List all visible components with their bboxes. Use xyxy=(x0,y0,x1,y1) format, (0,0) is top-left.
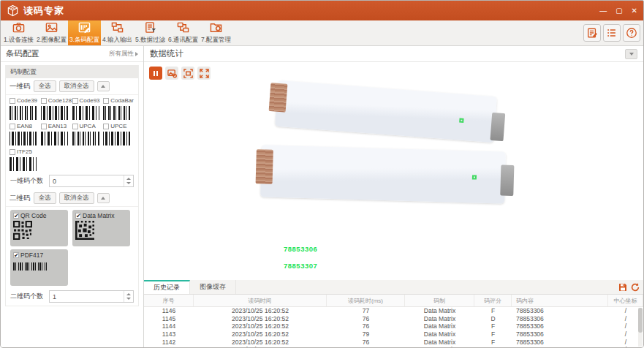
toolbar-tab-3[interactable]: 3.条码配置 xyxy=(68,20,101,45)
barcode-preview xyxy=(10,157,37,171)
stats-title: 数据统计 xyxy=(150,48,183,59)
checkbox[interactable] xyxy=(72,98,78,104)
twod-select-all-button[interactable]: 全选 xyxy=(34,192,56,204)
checkbox[interactable] xyxy=(10,98,15,104)
table-cell: 76 xyxy=(327,315,405,323)
column-header[interactable]: 序号 xyxy=(144,295,194,306)
code-label: UPCA xyxy=(80,123,96,129)
oned-code-code93: Code93 xyxy=(72,97,104,120)
table-cell: Data Matrix xyxy=(405,322,474,330)
oned-select-all-button[interactable]: 全选 xyxy=(34,80,56,92)
oned-collapse-button[interactable] xyxy=(97,81,110,91)
oned-code-grid: Code39Code128Code93CodaBarEAN8EAN13UPCAU… xyxy=(6,95,138,172)
window-controls: — ▢ ✕ xyxy=(599,7,637,15)
report-icon[interactable] xyxy=(583,24,601,42)
history-row[interactable]: 11422023/10/25 16:20:5276Data MatrixF788… xyxy=(144,338,643,346)
twod-count-value: 1 xyxy=(53,293,56,300)
battery-cell-image xyxy=(275,80,497,143)
history-row[interactable]: 11462023/10/25 16:20:5277Data MatrixF788… xyxy=(144,307,643,315)
fit-view-icon[interactable] xyxy=(181,67,194,80)
checkbox[interactable] xyxy=(72,124,78,129)
barcode-preview xyxy=(41,106,68,120)
spinner-arrows[interactable] xyxy=(124,175,133,186)
network-icon xyxy=(176,21,190,35)
table-cell: 2023/10/25 16:20:52 xyxy=(194,338,327,346)
table-cell: 76 xyxy=(327,322,405,330)
barcode-preview xyxy=(10,132,37,145)
history-row[interactable]: 11432023/10/25 16:20:5279Data MatrixF788… xyxy=(144,330,643,338)
twod-code-data-matrix[interactable]: ✔Data Matrix xyxy=(72,210,130,246)
save-icon[interactable] xyxy=(618,282,627,292)
silver-tab xyxy=(500,165,514,196)
panel-dropdown-button[interactable] xyxy=(625,49,637,59)
twod-deselect-all-button[interactable]: 取消全选 xyxy=(59,192,94,204)
barcode-preview xyxy=(103,132,130,145)
panel-title: 条码配置 xyxy=(6,48,39,59)
checkbox[interactable] xyxy=(10,149,15,155)
history-tab-0[interactable]: 历史记录 xyxy=(144,280,190,294)
checkbox[interactable] xyxy=(103,98,109,104)
table-scrollbar[interactable] xyxy=(638,308,643,347)
history-tab-1[interactable]: 图像缓存 xyxy=(190,280,236,294)
code-label: EAN13 xyxy=(48,123,67,129)
pause-icon[interactable] xyxy=(149,67,162,80)
twod-collapse-button[interactable] xyxy=(97,193,110,203)
checkbox[interactable]: ✔ xyxy=(75,213,81,219)
close-button[interactable]: ✕ xyxy=(632,7,637,15)
checkbox[interactable] xyxy=(103,124,109,129)
toolbar-tab-4[interactable]: 4.输入输出 xyxy=(101,20,134,45)
column-header[interactable]: 码评分 xyxy=(474,295,512,306)
column-header[interactable]: 码内容 xyxy=(512,295,608,306)
oned-count-input[interactable]: 0 xyxy=(49,175,134,187)
list-icon[interactable] xyxy=(603,24,621,42)
toolbar-tab-label: 6.通讯配置 xyxy=(168,36,198,45)
toolbar-tab-label: 2.图像配置 xyxy=(37,36,67,45)
toolbar-tab-label: 4.输入输出 xyxy=(102,36,132,45)
code-label: EAN8 xyxy=(17,123,32,129)
column-header[interactable]: 读码耗时(ms) xyxy=(327,295,405,306)
barcode-edit-icon xyxy=(77,21,91,35)
clear-icon[interactable] xyxy=(630,282,640,292)
toolbar-tab-6[interactable]: 6.通讯配置 xyxy=(167,20,200,45)
fullscreen-icon[interactable] xyxy=(197,67,211,80)
toolbar-tab-1[interactable]: 1.设备连接 xyxy=(2,20,35,45)
checkbox[interactable] xyxy=(41,124,47,129)
oned-code-ean8: EAN8 xyxy=(10,123,41,145)
maximize-button[interactable]: ▢ xyxy=(615,7,622,15)
table-cell: 1145 xyxy=(144,315,194,323)
history-row[interactable]: 11442023/10/25 16:20:5276Data MatrixF788… xyxy=(144,322,643,330)
barcode-preview xyxy=(72,132,99,145)
help-icon[interactable] xyxy=(623,24,640,42)
minimize-button[interactable]: — xyxy=(599,7,607,15)
history-row[interactable]: 11412023/10/25 16:20:5276Data MatrixF788… xyxy=(144,346,643,347)
image-settings-icon[interactable] xyxy=(165,67,178,80)
history-row[interactable]: 11452023/10/25 16:20:5276Data MatrixD788… xyxy=(144,315,643,323)
scrollbar-thumb[interactable] xyxy=(638,308,643,333)
oned-controls-row: 一维码 全选 取消全选 xyxy=(6,78,138,95)
decoded-result-text: 78853307 xyxy=(284,262,317,270)
image-viewer[interactable]: 7885330678853307 xyxy=(144,62,643,281)
chevron-down-icon xyxy=(629,53,634,56)
toolbar-tab-5[interactable]: 5.数据过滤 xyxy=(134,20,167,45)
oned-count-row: 一维码个数 0 xyxy=(6,172,138,190)
column-header[interactable]: 中心坐标 xyxy=(608,295,643,306)
all-properties-link[interactable]: 所有属性 xyxy=(109,50,138,58)
twod-code-pdf417[interactable]: ✔PDF417 xyxy=(10,249,68,286)
oned-code-itf25: ITF25 xyxy=(10,148,41,171)
table-cell: D xyxy=(474,315,512,323)
column-header[interactable]: 读码时间 xyxy=(194,295,327,306)
checkbox[interactable]: ✔ xyxy=(13,252,19,258)
spinner-arrows[interactable] xyxy=(124,291,133,302)
twod-code-qr-code[interactable]: ✔QR Code xyxy=(10,210,68,246)
oned-deselect-all-button[interactable]: 取消全选 xyxy=(59,80,94,92)
checkbox[interactable]: ✔ xyxy=(13,213,19,219)
toolbar-tab-7[interactable]: 7.配置管理 xyxy=(200,20,232,45)
column-header[interactable]: 码制 xyxy=(405,295,474,306)
table-cell: 1146 xyxy=(144,307,194,315)
checkbox[interactable] xyxy=(41,98,47,104)
checkbox[interactable] xyxy=(10,124,15,129)
table-cell: Data Matrix xyxy=(405,315,474,323)
twod-count-input[interactable]: 1 xyxy=(49,290,134,303)
table-header-row: 序号读码时间读码耗时(ms)码制码评分码内容中心坐标 xyxy=(144,295,643,307)
toolbar-tab-2[interactable]: 2.图像配置 xyxy=(35,20,68,45)
